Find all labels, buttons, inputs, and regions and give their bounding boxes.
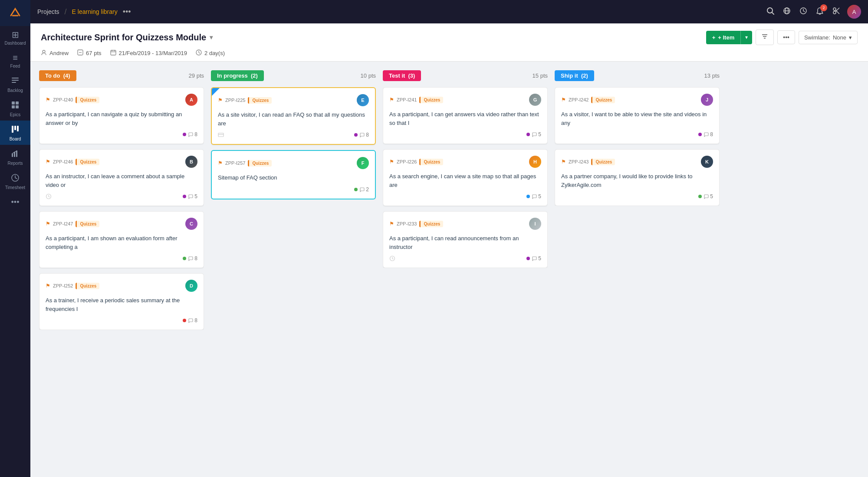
board-title-caret-icon[interactable]: ▾ — [210, 34, 213, 41]
card-zpp-i233[interactable]: ⚑ ZPP-I233 Quizzes I As a participant, I… — [383, 211, 548, 268]
owner-name: Andrew — [49, 50, 69, 56]
sidebar-item-timesheet[interactable]: Timesheet — [0, 169, 30, 193]
nav-more-button[interactable]: ••• — [123, 7, 131, 16]
sidebar-item-epics[interactable]: Epics — [0, 96, 30, 121]
column-header-testit: Test it (3) 15 pts — [383, 70, 548, 81]
comment-count: 8 — [359, 132, 369, 138]
comment-count: 8 — [188, 131, 197, 137]
card-id-section: ⚑ ZPP-I225 Quizzes — [218, 97, 272, 104]
avatar: H — [529, 156, 541, 168]
app-logo[interactable] — [0, 0, 30, 26]
card-count-section: 5 — [526, 255, 541, 261]
svg-point-14 — [767, 8, 773, 13]
status-dot — [698, 133, 702, 136]
comment-count: 5 — [188, 193, 197, 199]
scissors-button[interactable] — [831, 5, 842, 19]
story-flag-icon: ⚑ — [561, 97, 566, 103]
card-tag: Quizzes — [76, 221, 99, 227]
svg-point-21 — [833, 11, 836, 14]
card-zpp-i247[interactable]: ⚑ ZPP-I247 Quizzes C As a participant, I… — [39, 211, 204, 268]
card-tag: Quizzes — [591, 97, 615, 103]
main-wrapper: Projects / E learning library ••• — [30, 0, 868, 477]
card-body: As a participant, I am shown an evaluati… — [46, 234, 197, 251]
card-icons — [46, 193, 52, 199]
card-count-section: 8 — [183, 317, 197, 323]
svg-rect-5 — [12, 105, 15, 108]
filter-button[interactable] — [756, 29, 774, 45]
card-id-section: ⚑ ZPP-I233 Quizzes — [389, 221, 443, 227]
card-count-section: 2 — [354, 186, 369, 193]
card-count-section: 5 — [526, 131, 541, 137]
card-header: ⚑ ZPP-I241 Quizzes G — [389, 94, 541, 106]
avatar: E — [357, 94, 369, 106]
status-dot — [698, 195, 702, 198]
card-tag: Quizzes — [248, 160, 272, 167]
card-body: As a partner company, I would like to pr… — [561, 172, 713, 189]
status-dot — [354, 133, 358, 137]
sidebar-item-label: Reports — [7, 161, 23, 166]
meta-duration: 2 day(s) — [196, 49, 225, 57]
column-todo: To do (4) 29 pts ⚑ ZPP-I240 Quizzes A — [39, 70, 204, 468]
card-icons — [218, 133, 224, 137]
more-options-button[interactable]: ••• — [777, 30, 795, 44]
add-item-dropdown-button[interactable]: ▾ — [740, 31, 752, 44]
board-title: Architecture Sprint for Quizzess Module … — [41, 33, 213, 42]
card-footer: 8 — [218, 132, 369, 138]
story-flag-icon: ⚑ — [46, 283, 50, 289]
projects-nav-link[interactable]: Projects — [37, 8, 59, 15]
card-id: ZPP-I241 — [397, 97, 417, 102]
card-header: ⚑ ZPP-I240 Quizzes A — [46, 94, 197, 106]
svg-line-15 — [772, 13, 774, 14]
sidebar-item-board[interactable]: Board — [0, 121, 30, 145]
notifications-button[interactable]: 2 — [814, 5, 825, 19]
comment-count: 5 — [532, 131, 541, 137]
top-nav: Projects / E learning library ••• — [30, 0, 868, 23]
inprogress-badge: In progress (2) — [211, 70, 264, 81]
sidebar-more-button[interactable]: ••• — [11, 198, 20, 207]
meta-dates: 21/Feb/2019 - 13/Mar/2019 — [110, 49, 187, 57]
history-button[interactable] — [798, 5, 809, 19]
sidebar-item-feed[interactable]: ≡ Feed — [0, 49, 30, 72]
svg-rect-9 — [17, 126, 19, 131]
dates-value: 21/Feb/2019 - 13/Mar/2019 — [119, 50, 187, 56]
sidebar-item-backlog[interactable]: Backlog — [0, 72, 30, 96]
card-tag: Quizzes — [591, 159, 615, 165]
card-zpp-i252[interactable]: ⚑ ZPP-I252 Quizzes D As a trainer, I rec… — [39, 273, 204, 330]
todo-cards-list: ⚑ ZPP-I240 Quizzes A As a participant, I… — [39, 87, 204, 330]
svg-rect-7 — [12, 126, 13, 133]
testit-badge: Test it (3) — [383, 70, 421, 81]
sidebar-item-reports[interactable]: Reports — [0, 145, 30, 169]
user-avatar[interactable]: A — [847, 5, 861, 19]
sidebar-item-dashboard[interactable]: ⊞ Dashboard — [0, 26, 30, 49]
card-zpp-i257[interactable]: ⚑ ZPP-I257 Quizzes F Sitemap of FAQ sect… — [211, 150, 376, 199]
avatar: F — [357, 157, 369, 169]
status-dot — [354, 188, 358, 191]
avatar: C — [185, 218, 197, 230]
card-zpp-i240[interactable]: ⚑ ZPP-I240 Quizzes A As a participant, I… — [39, 87, 204, 144]
card-header: ⚑ ZPP-I226 Quizzes H — [389, 156, 541, 168]
card-body: As an instructor, I can leave a comment … — [46, 172, 197, 189]
card-zpp-i243[interactable]: ⚑ ZPP-I243 Quizzes K As a partner compan… — [555, 149, 720, 206]
story-flag-icon: ⚑ — [389, 97, 394, 103]
current-project-label[interactable]: E learning library — [72, 8, 118, 15]
svg-rect-4 — [16, 101, 19, 105]
board-title-text: Architecture Sprint for Quizzess Module — [41, 33, 206, 42]
status-dot — [183, 133, 186, 136]
globe-button[interactable] — [781, 5, 792, 19]
card-tag: Quizzes — [419, 97, 443, 103]
card-zpp-i225[interactable]: ⚑ ZPP-I225 Quizzes E As a site visitor, … — [211, 87, 376, 145]
card-id-section: ⚑ ZPP-I242 Quizzes — [561, 97, 615, 103]
card-tag: Quizzes — [419, 159, 443, 165]
sidebar: ⊞ Dashboard ≡ Feed Backlog Epics — [0, 0, 30, 477]
card-zpp-i246[interactable]: ⚑ ZPP-I246 Quizzes B As an instructor, I… — [39, 149, 204, 206]
card-zpp-i242[interactable]: ⚑ ZPP-I242 Quizzes J As a visitor, I wan… — [555, 87, 720, 144]
shipit-pts: 13 pts — [704, 72, 720, 79]
calendar-icon — [110, 49, 116, 57]
card-zpp-i226[interactable]: ⚑ ZPP-I226 Quizzes H As a search engine,… — [383, 149, 548, 206]
search-button[interactable] — [765, 5, 776, 19]
card-zpp-i241[interactable]: ⚑ ZPP-I241 Quizzes G As a participant, I… — [383, 87, 548, 144]
swimlane-selector[interactable]: Swimlane: None ▾ — [799, 31, 858, 44]
add-item-button[interactable]: + + Item — [706, 31, 741, 44]
testit-cards-list: ⚑ ZPP-I241 Quizzes G As a participant, I… — [383, 87, 548, 268]
card-id: ZPP-I242 — [569, 97, 589, 102]
